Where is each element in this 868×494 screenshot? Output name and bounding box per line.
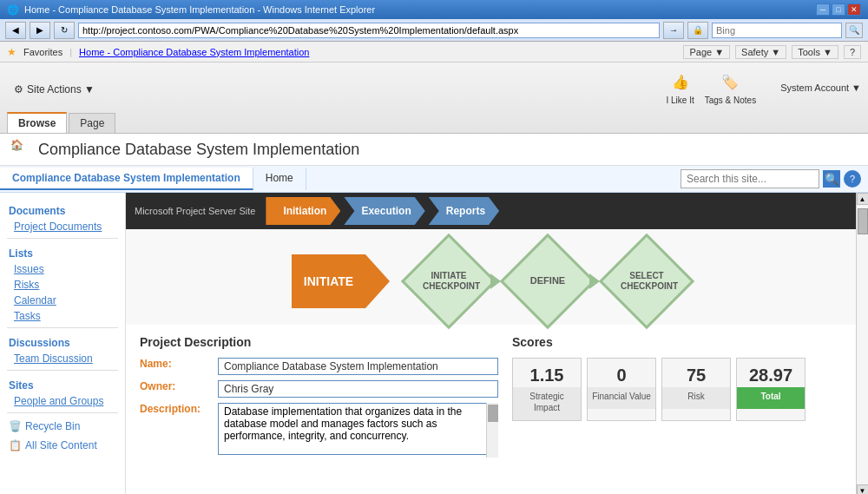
recycle-bin-label: Recycle Bin <box>25 420 80 432</box>
name-value: Compliance Database System Implementatio… <box>218 358 498 375</box>
name-label: Name: <box>140 358 218 370</box>
score-card-total: 28.97 Total <box>736 358 806 421</box>
breadcrumb-nav: Compliance Database System Implementatio… <box>0 166 868 193</box>
scrollbar-track <box>857 205 869 484</box>
all-site-label: All Site Content <box>25 439 97 451</box>
favorites-bar: ★ Favorites | Home - Compliance Database… <box>0 42 868 63</box>
address-input[interactable] <box>78 23 660 38</box>
process-step-initiation[interactable]: Initiation <box>266 197 340 225</box>
sidebar-all-site-content[interactable]: 📋 All Site Content <box>0 436 125 455</box>
site-search-input[interactable] <box>681 169 819 188</box>
sidebar-recycle-bin[interactable]: 🗑️ Recycle Bin <box>0 417 125 436</box>
score-risk-value: 75 <box>687 359 706 387</box>
window-title: Home - Compliance Database System Implem… <box>24 4 375 15</box>
site-actions-label: Site Actions ▼ <box>27 83 95 96</box>
score-financial-value: 0 <box>616 359 626 387</box>
description-label: Description: <box>140 403 218 415</box>
field-row-owner: Owner: Chris Gray <box>140 380 498 398</box>
workflow-step-initiate[interactable]: INITIATE <box>292 254 390 308</box>
score-strategic-label: Strategic Impact <box>513 387 581 420</box>
select-checkpoint-label: SELECT CHECKPOINT <box>621 271 673 292</box>
sidebar-item-people-groups[interactable]: People and Groups <box>0 393 125 409</box>
score-risk-label: Risk <box>662 387 730 409</box>
sidebar-item-calendar[interactable]: Calendar <box>0 293 125 308</box>
page-title: Compliance Database System Implementatio… <box>38 141 359 159</box>
sidebar-section-documents[interactable]: Documents <box>0 200 125 219</box>
sidebar: Documents Project Documents Lists Issues… <box>0 193 126 494</box>
help-button[interactable]: ? <box>844 170 861 188</box>
score-total-label: Total <box>737 387 805 409</box>
minimize-button[interactable]: ─ <box>816 3 830 16</box>
favorites-label[interactable]: Favorites <box>23 47 62 57</box>
restore-button[interactable]: □ <box>832 3 845 16</box>
page-header-icon: 🏠 <box>10 139 31 160</box>
page-header: 🏠 Compliance Database System Implementat… <box>0 134 868 166</box>
sidebar-section-sites[interactable]: Sites <box>0 374 125 393</box>
description-textarea[interactable]: Database implementation that organizes d… <box>218 403 498 455</box>
ie-search-button[interactable]: 🔍 <box>845 23 863 38</box>
i-like-it-button[interactable]: 👍 I Like It <box>666 69 694 105</box>
owner-value: Chris Gray <box>218 380 498 398</box>
sidebar-item-project-documents[interactable]: Project Documents <box>0 219 125 234</box>
process-step-reports[interactable]: Reports <box>429 197 499 225</box>
description-scrollbar[interactable] <box>486 403 498 458</box>
project-description-title: Project Description <box>140 335 498 349</box>
sidebar-item-risks[interactable]: Risks <box>0 277 125 293</box>
refresh-button[interactable]: ↻ <box>54 22 75 39</box>
process-step-execution[interactable]: Execution <box>344 197 424 225</box>
process-nav-label: Microsoft Project Server Site <box>135 206 255 216</box>
tab-page[interactable]: Page <box>69 113 115 133</box>
page-tool-button[interactable]: Page ▼ <box>683 45 730 59</box>
close-button[interactable]: ✕ <box>847 3 861 16</box>
site-search: 🔍 ? <box>674 166 868 192</box>
sidebar-item-tasks[interactable]: Tasks <box>0 308 125 324</box>
breadcrumb-tab-home[interactable]: Home <box>253 168 306 190</box>
main-scrollbar[interactable]: ▲ ▼ <box>856 193 868 494</box>
scrollbar-down[interactable]: ▼ <box>857 484 869 494</box>
scrollbar-up[interactable]: ▲ <box>857 193 869 205</box>
favorites-tab1[interactable]: Home - Compliance Database System Implem… <box>79 47 309 57</box>
score-card-risk: 75 Risk <box>661 358 731 421</box>
sidebar-divider-1 <box>7 238 118 239</box>
sidebar-section-lists[interactable]: Lists <box>0 242 125 261</box>
address-bar: ◀ ▶ ↻ → 🔒 🔍 <box>0 19 868 42</box>
site-actions-button[interactable]: ⚙ Site Actions ▼ <box>7 80 102 96</box>
description-textarea-wrapper: Database implementation that organizes d… <box>218 403 498 458</box>
sidebar-item-issues[interactable]: Issues <box>0 261 125 277</box>
workflow-step-define[interactable]: DEFINE <box>504 242 591 320</box>
workflow-step-select-checkpoint[interactable]: SELECT CHECKPOINT <box>603 242 690 320</box>
field-row-name: Name: Compliance Database System Impleme… <box>140 358 498 375</box>
score-strategic-value: 1.15 <box>530 359 564 387</box>
tags-notes-button[interactable]: 🏷️ Tags & Notes <box>705 69 756 105</box>
project-section: Project Description Name: Compliance Dat… <box>126 325 856 494</box>
system-account-button[interactable]: System Account ▼ <box>780 82 861 93</box>
scores-grid: 1.15 Strategic Impact 0 Financial Value … <box>512 358 842 421</box>
help-tool-button[interactable]: ? <box>844 45 861 59</box>
tools-tool-button[interactable]: Tools ▼ <box>792 45 838 59</box>
thumbs-up-icon: 👍 <box>668 69 693 94</box>
back-button[interactable]: ◀ <box>5 22 26 39</box>
sidebar-section-discussions[interactable]: Discussions <box>0 332 125 351</box>
score-total-value: 28.97 <box>749 359 792 387</box>
initiate-label: INITIATE <box>304 274 353 288</box>
forward-button[interactable]: ▶ <box>30 22 50 39</box>
site-search-submit[interactable]: 🔍 <box>823 170 840 188</box>
all-site-icon: 📋 <box>9 439 22 451</box>
workflow-step-initiate-checkpoint[interactable]: INITIATE CHECKPOINT <box>405 242 492 320</box>
sidebar-item-team-discussion[interactable]: Team Discussion <box>0 351 125 366</box>
sidebar-divider-4 <box>7 412 118 413</box>
scrollbar-handle[interactable] <box>858 208 868 234</box>
initiate-checkpoint-label: INITIATE CHECKPOINT <box>423 271 475 292</box>
main-layout: Documents Project Documents Lists Issues… <box>0 193 868 494</box>
tab-browse[interactable]: Browse <box>7 112 67 133</box>
ie-search-input[interactable] <box>712 23 842 38</box>
safety-tool-button[interactable]: Safety ▼ <box>735 45 786 59</box>
lock-icon: 🔒 <box>687 22 708 39</box>
define-label: DEFINE <box>522 275 574 287</box>
go-button[interactable]: → <box>663 22 684 39</box>
breadcrumb-tab-main[interactable]: Compliance Database System Implementatio… <box>0 168 253 190</box>
scores-section: Scores 1.15 Strategic Impact 0 Financial… <box>512 335 842 486</box>
field-row-description: Description: Database implementation tha… <box>140 403 498 458</box>
owner-label: Owner: <box>140 380 218 392</box>
scores-title: Scores <box>512 335 842 349</box>
